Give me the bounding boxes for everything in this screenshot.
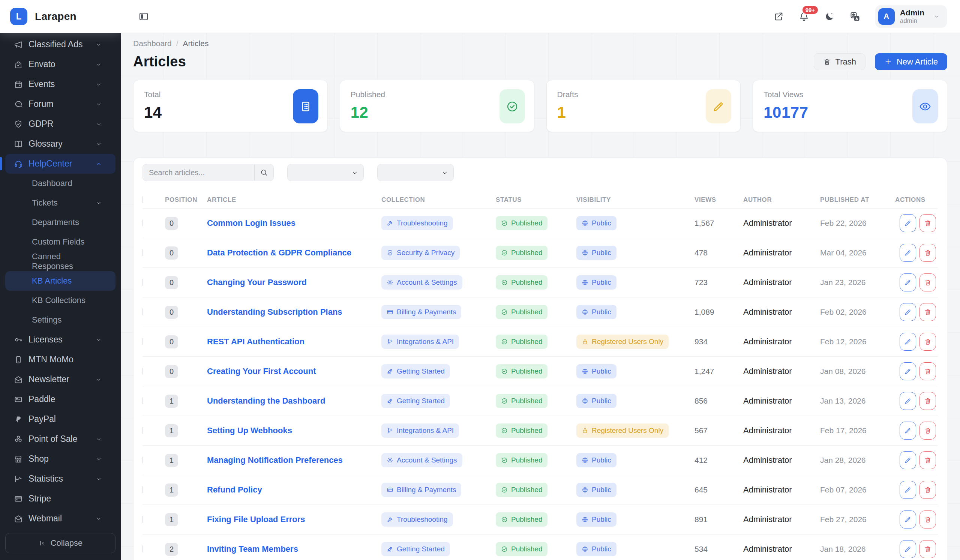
- row-checkbox[interactable]: [142, 249, 143, 256]
- row-checkbox[interactable]: [142, 546, 143, 552]
- edit-button[interactable]: [900, 244, 916, 262]
- delete-button[interactable]: [920, 244, 936, 262]
- edit-button[interactable]: [900, 214, 916, 232]
- sidebar-item-glossary[interactable]: Glossary: [5, 134, 115, 154]
- sidebar-item-gdpr[interactable]: GDPR: [5, 114, 115, 134]
- table-body: 0 Common Login Issues Troubleshooting Pu…: [142, 208, 938, 560]
- sidebar-item-licenses[interactable]: Licenses: [5, 330, 115, 350]
- sidebar-item-mtn-momo[interactable]: MTN MoMo: [5, 350, 115, 370]
- edit-button[interactable]: [900, 540, 916, 558]
- dark-mode-icon[interactable]: [824, 11, 835, 22]
- row-checkbox[interactable]: [142, 368, 143, 375]
- notifications-button[interactable]: 99+: [799, 11, 809, 22]
- sidebar-item-webmail[interactable]: Webmail: [5, 509, 115, 528]
- delete-button[interactable]: [920, 451, 936, 469]
- new-article-button[interactable]: New Article: [875, 53, 947, 70]
- sidebar-item-envato[interactable]: Envato: [5, 54, 115, 74]
- external-link-icon[interactable]: [773, 11, 784, 22]
- article-link[interactable]: Data Protection & GDPR Compliance: [207, 248, 351, 257]
- collapse-sidebar-button[interactable]: Collapse: [5, 533, 115, 553]
- author-value: Administrator: [743, 485, 820, 495]
- article-link[interactable]: Fixing File Upload Errors: [207, 515, 305, 524]
- search-input[interactable]: [143, 164, 254, 181]
- trash-button[interactable]: Trash: [814, 53, 866, 70]
- edit-button[interactable]: [900, 451, 916, 469]
- edit-button[interactable]: [900, 481, 916, 499]
- sidebar-item-custom-fields[interactable]: Custom Fields: [5, 232, 115, 252]
- sidebar-toggle-icon[interactable]: [138, 11, 149, 22]
- views-value: 723: [694, 278, 743, 287]
- sidebar-item-shop[interactable]: Shop: [5, 449, 115, 469]
- delete-button[interactable]: [920, 422, 936, 440]
- row-checkbox[interactable]: [142, 397, 143, 404]
- sidebar-item-tickets[interactable]: Tickets: [5, 193, 115, 213]
- search-icon[interactable]: [254, 164, 274, 181]
- sidebar-item-paddle[interactable]: Paddle: [5, 389, 115, 409]
- select-all-checkbox[interactable]: [142, 196, 143, 203]
- user-menu[interactable]: A Admin admin: [875, 5, 947, 28]
- edit-button[interactable]: [900, 333, 916, 351]
- sidebar-item-helpcenter[interactable]: HelpCenter: [5, 154, 115, 174]
- delete-button[interactable]: [920, 392, 936, 410]
- sidebar-item-kb-articles[interactable]: KB Articles: [5, 271, 115, 291]
- delete-button[interactable]: [920, 214, 936, 232]
- delete-button[interactable]: [920, 481, 936, 499]
- row-checkbox[interactable]: [142, 338, 143, 345]
- delete-button[interactable]: [920, 510, 936, 528]
- collection-filter-select[interactable]: [287, 164, 364, 181]
- table-row: 2 Inviting Team Members Getting Started …: [142, 534, 938, 560]
- article-link[interactable]: Understanding the Dashboard: [207, 396, 325, 405]
- language-icon[interactable]: [850, 11, 860, 22]
- sidebar-item-settings[interactable]: Settings: [5, 310, 115, 330]
- sidebar-item-label: Forum: [29, 99, 53, 109]
- article-link[interactable]: Changing Your Password: [207, 278, 307, 287]
- delete-button[interactable]: [920, 540, 936, 558]
- delete-button[interactable]: [920, 303, 936, 321]
- check-circle-icon: [501, 309, 508, 315]
- sidebar-item-forum[interactable]: Forum: [5, 94, 115, 114]
- delete-button[interactable]: [920, 333, 936, 351]
- row-checkbox[interactable]: [142, 456, 143, 464]
- article-link[interactable]: Setting Up Webhooks: [207, 426, 292, 435]
- article-link[interactable]: Creating Your First Account: [207, 366, 316, 376]
- stat-value: 10177: [763, 104, 938, 122]
- key-icon: [14, 335, 23, 344]
- edit-button[interactable]: [900, 362, 916, 380]
- article-link[interactable]: REST API Authentication: [207, 337, 304, 346]
- row-checkbox[interactable]: [142, 279, 143, 286]
- row-checkbox[interactable]: [142, 219, 143, 227]
- sidebar-item-kb-collections[interactable]: KB Collections: [5, 291, 115, 310]
- sidebar-item-stripe[interactable]: Stripe: [5, 489, 115, 509]
- article-link[interactable]: Refund Policy: [207, 485, 262, 494]
- row-checkbox[interactable]: [142, 427, 143, 434]
- sidebar-item-canned-responses[interactable]: Canned Responses: [5, 252, 115, 271]
- views-value: 412: [694, 456, 743, 465]
- delete-button[interactable]: [920, 362, 936, 380]
- edit-button[interactable]: [900, 510, 916, 528]
- delete-button[interactable]: [920, 274, 936, 291]
- status-filter-select[interactable]: [377, 164, 454, 181]
- article-link[interactable]: Inviting Team Members: [207, 544, 298, 554]
- edit-button[interactable]: [900, 274, 916, 291]
- edit-button[interactable]: [900, 303, 916, 321]
- edit-button[interactable]: [900, 392, 916, 410]
- breadcrumb-dashboard[interactable]: Dashboard: [133, 39, 172, 48]
- article-link[interactable]: Managing Notification Preferences: [207, 455, 343, 465]
- sidebar-item-paypal[interactable]: PayPal: [5, 409, 115, 429]
- row-checkbox[interactable]: [142, 308, 143, 315]
- row-checkbox[interactable]: [142, 516, 143, 523]
- sidebar-item-dashboard[interactable]: Dashboard: [5, 174, 115, 193]
- collection-badge: Troubleshooting: [381, 512, 453, 526]
- sidebar-item-events[interactable]: Events: [5, 74, 115, 94]
- sidebar-item-departments[interactable]: Departments: [5, 213, 115, 232]
- article-link[interactable]: Understanding Subscription Plans: [207, 307, 342, 317]
- article-link[interactable]: Common Login Issues: [207, 218, 296, 228]
- col-visibility: VISIBILITY: [576, 196, 694, 204]
- sidebar-item-classified-ads[interactable]: Classified Ads: [5, 35, 115, 54]
- position-badge: 2: [165, 543, 178, 556]
- row-checkbox[interactable]: [142, 486, 143, 493]
- sidebar-item-newsletter[interactable]: Newsletter: [5, 370, 115, 389]
- sidebar-item-statistics[interactable]: Statistics: [5, 469, 115, 489]
- sidebar-item-point-of-sale[interactable]: Point of Sale: [5, 429, 115, 449]
- edit-button[interactable]: [900, 422, 916, 440]
